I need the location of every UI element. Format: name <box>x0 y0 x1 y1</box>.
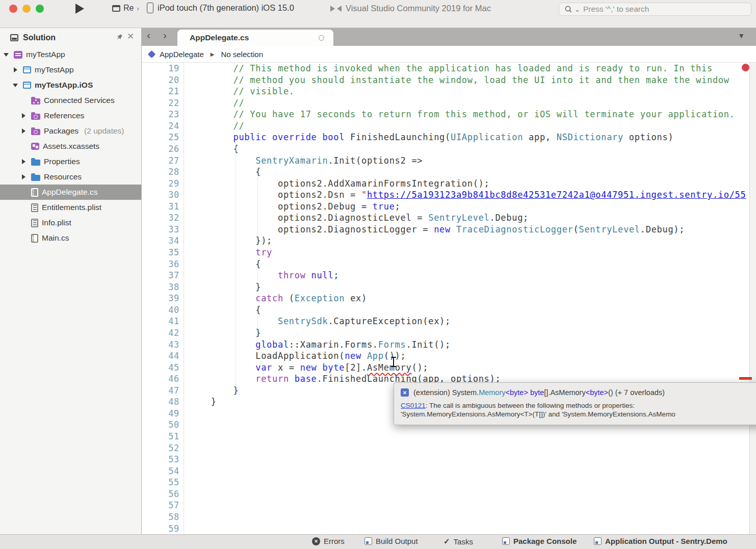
line-number[interactable]: 28 <box>142 166 179 178</box>
pad-button-errors[interactable]: ✕Errors <box>312 537 345 545</box>
code-line-30[interactable]: 30 options2.Dsn = "https://5a193123a9b84… <box>142 189 749 201</box>
code-line-38[interactable]: 38 } <box>142 281 749 293</box>
error-code-link[interactable]: CS0121 <box>401 402 426 409</box>
navigate-back-icon[interactable]: ‹ <box>147 29 150 41</box>
code-line-36[interactable]: 36 { <box>142 258 749 270</box>
line-number[interactable]: 35 <box>142 247 179 258</box>
pin-panel-icon[interactable] <box>115 33 123 41</box>
tab-overflow-chevron-icon[interactable]: ▼ <box>738 32 745 40</box>
code-line-32[interactable]: 32 options2.DiagnosticLevel = SentryLeve… <box>142 212 749 224</box>
line-number[interactable]: 39 <box>142 293 179 304</box>
code-line-37[interactable]: 37 throw null; <box>142 270 749 281</box>
line-number[interactable]: 32 <box>142 212 179 224</box>
code-line-59[interactable]: 59 <box>142 523 749 535</box>
code-line-39[interactable]: 39 catch (Exception ex) <box>142 293 749 304</box>
line-number[interactable]: 57 <box>142 500 179 511</box>
zoom-window-button[interactable] <box>36 5 44 13</box>
code-line-55[interactable]: 55 <box>142 477 749 488</box>
search-input[interactable]: ⌄ Press '^,' to search <box>559 3 751 16</box>
line-number[interactable]: 51 <box>142 431 179 442</box>
line-number[interactable]: 59 <box>142 523 179 535</box>
line-number[interactable]: 25 <box>142 132 179 143</box>
sidebar-item-mytestapp-ios[interactable]: myTestApp.iOS <box>0 77 141 93</box>
sidebar-item-references[interactable]: References <box>0 108 141 123</box>
line-number[interactable]: 27 <box>142 155 179 167</box>
run-button[interactable] <box>75 4 84 14</box>
pad-button-build-output[interactable]: Build Output <box>364 537 418 545</box>
line-number[interactable]: 38 <box>142 281 179 293</box>
minimize-window-button[interactable] <box>22 5 31 13</box>
breadcrumb-class[interactable]: AppDelegate <box>160 50 204 59</box>
line-number[interactable]: 21 <box>142 86 179 97</box>
device-selector[interactable]: iPod touch (7th generation) iOS 15.0 <box>147 3 294 13</box>
sidebar-item-properties[interactable]: Properties <box>0 154 141 169</box>
line-number[interactable]: 41 <box>142 316 179 327</box>
code-line-52[interactable]: 52 <box>142 442 749 454</box>
code-line-42[interactable]: 42 } <box>142 327 749 339</box>
line-number[interactable]: 44 <box>142 350 179 362</box>
sidebar-item-resources[interactable]: Resources <box>0 169 141 185</box>
code-line-33[interactable]: 33 options2.DiagnosticLogger = new Trace… <box>142 224 749 236</box>
line-number[interactable]: 58 <box>142 511 179 523</box>
code-line-24[interactable]: 24 // <box>142 120 749 132</box>
line-number[interactable]: 26 <box>142 143 179 155</box>
pad-button-package-console[interactable]: Package Console <box>502 537 577 545</box>
line-number[interactable]: 43 <box>142 339 179 351</box>
code-line-45[interactable]: 45 var x = new byte[2].AsMemory(); <box>142 362 749 374</box>
line-number[interactable]: 22 <box>142 97 179 109</box>
disclosure-right-icon[interactable] <box>19 159 28 164</box>
sidebar-item-main-cs[interactable]: Main.cs <box>0 230 141 246</box>
close-window-button[interactable] <box>9 5 17 13</box>
line-number[interactable]: 50 <box>142 419 179 431</box>
line-number[interactable]: 20 <box>142 74 179 86</box>
line-number[interactable]: 54 <box>142 465 179 477</box>
code-line-29[interactable]: 29 options2.AddXamarinFormsIntegration()… <box>142 178 749 190</box>
code-line-51[interactable]: 51 <box>142 431 749 442</box>
code-line-22[interactable]: 22 // <box>142 97 749 109</box>
code-line-23[interactable]: 23 // You have 17 seconds to return from… <box>142 109 749 120</box>
code-line-21[interactable]: 21 // visible. <box>142 86 749 97</box>
line-number[interactable]: 49 <box>142 408 179 420</box>
code-line-27[interactable]: 27 SentryXamarin.Init(options2 => <box>142 155 749 167</box>
line-number[interactable]: 23 <box>142 109 179 120</box>
line-number[interactable]: 29 <box>142 178 179 190</box>
code-line-35[interactable]: 35 try <box>142 247 749 258</box>
line-number[interactable]: 30 <box>142 189 179 201</box>
scrollbar-margin[interactable] <box>749 63 756 534</box>
line-number[interactable]: 47 <box>142 385 179 397</box>
code-line-41[interactable]: 41 SentrySdk.CaptureException(ex); <box>142 316 749 327</box>
disclosure-right-icon[interactable] <box>11 67 19 72</box>
navigate-forward-icon[interactable]: › <box>163 29 167 41</box>
code-editor[interactable]: 19 // This method is invoked when the ap… <box>142 63 749 534</box>
line-number[interactable]: 56 <box>142 488 179 500</box>
tab-appdelegate[interactable]: AppDelegate.cs <box>177 30 333 46</box>
code-line-19[interactable]: 19 // This method is invoked when the ap… <box>142 63 749 74</box>
code-line-56[interactable]: 56 <box>142 488 749 500</box>
disclosure-right-icon[interactable] <box>19 174 28 179</box>
disclosure-right-icon[interactable] <box>19 113 28 118</box>
sidebar-item-packages[interactable]: Packages(2 updates) <box>0 123 141 139</box>
line-number[interactable]: 48 <box>142 396 179 408</box>
code-line-53[interactable]: 53 <box>142 454 749 465</box>
sidebar-item-connected-services[interactable]: Connected Services <box>0 93 141 108</box>
line-number[interactable]: 33 <box>142 224 179 236</box>
code-line-43[interactable]: 43 global::Xamarin.Forms.Forms.Init(); <box>142 339 749 351</box>
line-number[interactable]: 52 <box>142 442 179 454</box>
line-number[interactable]: 40 <box>142 304 179 316</box>
disclosure-down-icon[interactable] <box>11 84 19 87</box>
line-number[interactable]: 24 <box>142 120 179 132</box>
code-line-44[interactable]: 44 LoadApplication(new App()); <box>142 350 749 362</box>
code-line-28[interactable]: 28 { <box>142 166 749 178</box>
line-number[interactable]: 37 <box>142 270 179 281</box>
code-line-58[interactable]: 58 <box>142 511 749 523</box>
disclosure-right-icon[interactable] <box>19 128 28 134</box>
line-number[interactable]: 42 <box>142 327 179 339</box>
code-line-31[interactable]: 31 options2.Debug = true; <box>142 201 749 213</box>
pad-button-tasks[interactable]: ✓Tasks <box>444 537 473 546</box>
code-line-25[interactable]: 25 public override bool FinishedLaunchin… <box>142 132 749 143</box>
close-panel-icon[interactable]: ✕ <box>126 32 135 41</box>
line-number[interactable]: 36 <box>142 258 179 270</box>
sidebar-item-mytestapp[interactable]: myTestApp <box>0 62 141 77</box>
line-number[interactable]: 53 <box>142 454 179 465</box>
line-number[interactable]: 46 <box>142 373 179 385</box>
